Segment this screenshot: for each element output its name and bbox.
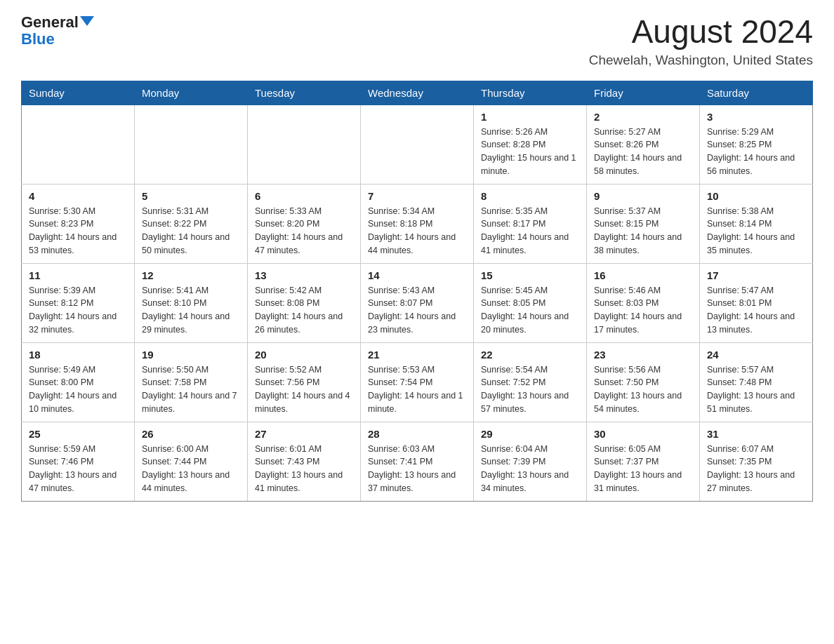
day-info: Sunrise: 6:01 AM Sunset: 7:43 PM Dayligh…	[255, 443, 353, 495]
calendar-cell: 10Sunrise: 5:38 AM Sunset: 8:14 PM Dayli…	[700, 184, 813, 263]
day-info: Sunrise: 5:50 AM Sunset: 7:58 PM Dayligh…	[142, 363, 240, 416]
day-number: 30	[594, 428, 692, 440]
day-number: 15	[481, 269, 579, 281]
logo-general-text: General	[21, 14, 79, 31]
day-info: Sunrise: 5:39 AM Sunset: 8:12 PM Dayligh…	[29, 284, 127, 337]
day-info: Sunrise: 5:54 AM Sunset: 7:52 PM Dayligh…	[481, 363, 579, 416]
calendar-cell: 20Sunrise: 5:52 AM Sunset: 7:56 PM Dayli…	[248, 342, 361, 422]
calendar-cell: 2Sunrise: 5:27 AM Sunset: 8:26 PM Daylig…	[587, 105, 700, 184]
day-number: 11	[29, 269, 127, 281]
day-number: 28	[368, 428, 466, 440]
day-number: 7	[368, 190, 466, 202]
day-number: 26	[142, 428, 240, 440]
calendar-cell: 13Sunrise: 5:42 AM Sunset: 8:08 PM Dayli…	[248, 263, 361, 342]
day-number: 16	[594, 269, 692, 281]
calendar-cell	[22, 105, 135, 184]
calendar-cell: 16Sunrise: 5:46 AM Sunset: 8:03 PM Dayli…	[587, 263, 700, 342]
calendar-cell: 5Sunrise: 5:31 AM Sunset: 8:22 PM Daylig…	[135, 184, 248, 263]
logo: General Blue	[21, 14, 94, 48]
day-number: 6	[255, 190, 353, 202]
calendar-cell: 17Sunrise: 5:47 AM Sunset: 8:01 PM Dayli…	[700, 263, 813, 342]
day-number: 20	[255, 349, 353, 361]
day-info: Sunrise: 5:52 AM Sunset: 7:56 PM Dayligh…	[255, 363, 353, 416]
calendar-cell: 25Sunrise: 5:59 AM Sunset: 7:46 PM Dayli…	[22, 422, 135, 501]
calendar-cell: 31Sunrise: 6:07 AM Sunset: 7:35 PM Dayli…	[700, 422, 813, 501]
day-info: Sunrise: 5:41 AM Sunset: 8:10 PM Dayligh…	[142, 284, 240, 337]
calendar-cell: 21Sunrise: 5:53 AM Sunset: 7:54 PM Dayli…	[361, 342, 474, 422]
calendar-cell: 23Sunrise: 5:56 AM Sunset: 7:50 PM Dayli…	[587, 342, 700, 422]
calendar-cell: 4Sunrise: 5:30 AM Sunset: 8:23 PM Daylig…	[22, 184, 135, 263]
calendar-week-row: 18Sunrise: 5:49 AM Sunset: 8:00 PM Dayli…	[22, 342, 813, 422]
day-number: 24	[707, 349, 805, 361]
day-info: Sunrise: 5:53 AM Sunset: 7:54 PM Dayligh…	[368, 363, 466, 416]
day-number: 5	[142, 190, 240, 202]
day-info: Sunrise: 5:43 AM Sunset: 8:07 PM Dayligh…	[368, 284, 466, 337]
day-info: Sunrise: 5:56 AM Sunset: 7:50 PM Dayligh…	[594, 363, 692, 416]
calendar-cell: 26Sunrise: 6:00 AM Sunset: 7:44 PM Dayli…	[135, 422, 248, 501]
day-number: 21	[368, 349, 466, 361]
day-number: 1	[481, 111, 579, 123]
calendar-cell	[248, 105, 361, 184]
day-number: 8	[481, 190, 579, 202]
logo-triangle-icon	[80, 16, 94, 26]
day-info: Sunrise: 5:35 AM Sunset: 8:17 PM Dayligh…	[481, 205, 579, 257]
page-header: General Blue August 2024 Chewelah, Washi…	[21, 14, 813, 68]
calendar-cell: 27Sunrise: 6:01 AM Sunset: 7:43 PM Dayli…	[248, 422, 361, 501]
calendar-cell: 6Sunrise: 5:33 AM Sunset: 8:20 PM Daylig…	[248, 184, 361, 263]
calendar-cell: 29Sunrise: 6:04 AM Sunset: 7:39 PM Dayli…	[474, 422, 587, 501]
calendar-header-row: SundayMondayTuesdayWednesdayThursdayFrid…	[22, 81, 813, 105]
day-info: Sunrise: 5:27 AM Sunset: 8:26 PM Dayligh…	[594, 126, 692, 178]
day-info: Sunrise: 5:59 AM Sunset: 7:46 PM Dayligh…	[29, 443, 127, 495]
calendar-table: SundayMondayTuesdayWednesdayThursdayFrid…	[21, 81, 813, 502]
calendar-cell: 1Sunrise: 5:26 AM Sunset: 8:28 PM Daylig…	[474, 105, 587, 184]
day-info: Sunrise: 5:45 AM Sunset: 8:05 PM Dayligh…	[481, 284, 579, 337]
day-info: Sunrise: 5:46 AM Sunset: 8:03 PM Dayligh…	[594, 284, 692, 337]
calendar-cell: 8Sunrise: 5:35 AM Sunset: 8:17 PM Daylig…	[474, 184, 587, 263]
calendar-week-row: 25Sunrise: 5:59 AM Sunset: 7:46 PM Dayli…	[22, 422, 813, 501]
day-number: 22	[481, 349, 579, 361]
calendar-cell: 9Sunrise: 5:37 AM Sunset: 8:15 PM Daylig…	[587, 184, 700, 263]
calendar-week-row: 1Sunrise: 5:26 AM Sunset: 8:28 PM Daylig…	[22, 105, 813, 184]
calendar-cell: 19Sunrise: 5:50 AM Sunset: 7:58 PM Dayli…	[135, 342, 248, 422]
day-of-week-header: Monday	[135, 81, 248, 105]
day-of-week-header: Tuesday	[248, 81, 361, 105]
day-of-week-header: Saturday	[700, 81, 813, 105]
calendar-cell: 15Sunrise: 5:45 AM Sunset: 8:05 PM Dayli…	[474, 263, 587, 342]
day-info: Sunrise: 5:30 AM Sunset: 8:23 PM Dayligh…	[29, 205, 127, 257]
calendar-week-row: 4Sunrise: 5:30 AM Sunset: 8:23 PM Daylig…	[22, 184, 813, 263]
day-info: Sunrise: 5:31 AM Sunset: 8:22 PM Dayligh…	[142, 205, 240, 257]
calendar-cell: 7Sunrise: 5:34 AM Sunset: 8:18 PM Daylig…	[361, 184, 474, 263]
day-info: Sunrise: 5:26 AM Sunset: 8:28 PM Dayligh…	[481, 126, 579, 178]
day-number: 31	[707, 428, 805, 440]
day-info: Sunrise: 6:05 AM Sunset: 7:37 PM Dayligh…	[594, 443, 692, 495]
calendar-week-row: 11Sunrise: 5:39 AM Sunset: 8:12 PM Dayli…	[22, 263, 813, 342]
day-info: Sunrise: 6:00 AM Sunset: 7:44 PM Dayligh…	[142, 443, 240, 495]
day-info: Sunrise: 5:57 AM Sunset: 7:48 PM Dayligh…	[707, 363, 805, 416]
calendar-title: August 2024	[589, 14, 813, 50]
day-info: Sunrise: 5:33 AM Sunset: 8:20 PM Dayligh…	[255, 205, 353, 257]
calendar-cell	[135, 105, 248, 184]
title-section: August 2024 Chewelah, Washington, United…	[589, 14, 813, 68]
calendar-cell: 11Sunrise: 5:39 AM Sunset: 8:12 PM Dayli…	[22, 263, 135, 342]
day-number: 14	[368, 269, 466, 281]
day-of-week-header: Wednesday	[361, 81, 474, 105]
day-number: 4	[29, 190, 127, 202]
logo-blue-text: Blue	[21, 31, 55, 48]
calendar-cell: 28Sunrise: 6:03 AM Sunset: 7:41 PM Dayli…	[361, 422, 474, 501]
day-info: Sunrise: 5:47 AM Sunset: 8:01 PM Dayligh…	[707, 284, 805, 337]
day-of-week-header: Thursday	[474, 81, 587, 105]
day-info: Sunrise: 6:04 AM Sunset: 7:39 PM Dayligh…	[481, 443, 579, 495]
day-number: 19	[142, 349, 240, 361]
day-info: Sunrise: 5:34 AM Sunset: 8:18 PM Dayligh…	[368, 205, 466, 257]
day-number: 2	[594, 111, 692, 123]
day-info: Sunrise: 5:49 AM Sunset: 8:00 PM Dayligh…	[29, 363, 127, 416]
day-info: Sunrise: 5:37 AM Sunset: 8:15 PM Dayligh…	[594, 205, 692, 257]
day-info: Sunrise: 5:38 AM Sunset: 8:14 PM Dayligh…	[707, 205, 805, 257]
calendar-subtitle: Chewelah, Washington, United States	[589, 53, 813, 68]
day-number: 27	[255, 428, 353, 440]
day-number: 23	[594, 349, 692, 361]
day-of-week-header: Sunday	[22, 81, 135, 105]
day-info: Sunrise: 5:29 AM Sunset: 8:25 PM Dayligh…	[707, 126, 805, 178]
day-number: 18	[29, 349, 127, 361]
calendar-cell: 18Sunrise: 5:49 AM Sunset: 8:00 PM Dayli…	[22, 342, 135, 422]
